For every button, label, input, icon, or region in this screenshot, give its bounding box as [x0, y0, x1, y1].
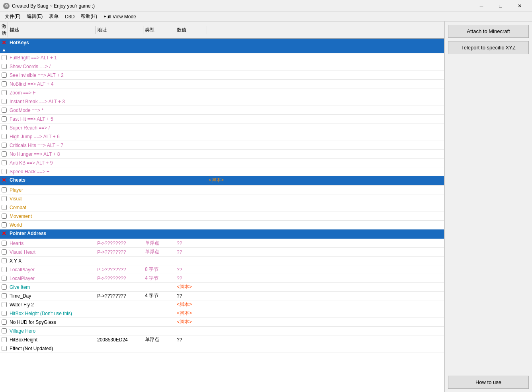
row-checkbox[interactable]: [0, 310, 8, 317]
table-row[interactable]: Combat: [0, 203, 444, 212]
row-address: [96, 84, 143, 84]
table-row[interactable]: GodMode ==> *: [0, 106, 444, 115]
row-value: <脚本>: [175, 310, 207, 317]
close-button[interactable]: ✕: [510, 0, 529, 12]
row-checkbox[interactable]: [0, 319, 8, 325]
row-checkbox[interactable]: [0, 284, 8, 290]
row-checkbox[interactable]: [0, 345, 8, 352]
row-checkbox[interactable]: [0, 124, 8, 131]
row-checkbox[interactable]: [0, 186, 8, 193]
row-checkbox[interactable]: [0, 221, 8, 228]
row-checkbox[interactable]: [0, 195, 8, 202]
section-checkbox[interactable]: ✕: [0, 39, 8, 47]
table-row[interactable]: NoBlind ==> ALT + 4: [0, 80, 444, 88]
row-type: [143, 207, 175, 208]
row-checkbox[interactable]: [0, 63, 8, 70]
table-row[interactable]: Speed Hack ==> +: [0, 167, 444, 176]
row-checkbox[interactable]: [0, 257, 8, 264]
table-row[interactable]: X Y X: [0, 257, 444, 265]
table-row[interactable]: See invisible ==> ALT + 2: [0, 71, 444, 80]
maximize-button[interactable]: □: [491, 0, 510, 12]
table-row[interactable]: HitBoxHeight2008530ED24单浮点??: [0, 335, 444, 344]
row-checkbox[interactable]: [0, 327, 8, 334]
attach-minecraft-button[interactable]: Attach to Minecraft: [448, 25, 529, 38]
table-row[interactable]: ✕Cheats<脚本>: [0, 176, 444, 186]
table-row[interactable]: FullBright ==> ALT + 1: [0, 53, 444, 62]
row-checkbox[interactable]: [0, 151, 8, 157]
row-checkbox[interactable]: [0, 159, 8, 166]
table-row[interactable]: Criticals Hits ==> ALT + 7: [0, 141, 444, 150]
row-description: Super Reach ==> /: [8, 125, 96, 131]
row-address: [96, 119, 143, 120]
row-description: HitBoxHeight: [8, 337, 96, 343]
table-row[interactable]: Show Coords ==> /: [0, 62, 444, 71]
table-row[interactable]: Zoom ==> F: [0, 88, 444, 97]
column-headers: 激活 描述 地址 类型 数值: [0, 22, 444, 39]
table-row[interactable]: HeartsP->????????单浮点??: [0, 239, 444, 248]
menu-item-[interactable]: 表单: [46, 12, 62, 21]
row-value: [175, 207, 207, 208]
row-description: HitBox Height (Don't use this): [8, 310, 96, 317]
row-checkbox[interactable]: [0, 72, 8, 78]
row-checkbox[interactable]: [0, 116, 8, 122]
table-row[interactable]: Player: [0, 186, 444, 194]
table-row[interactable]: LocalPlayerP->????????8 字节??: [0, 265, 444, 274]
menu-item-fullviewmode[interactable]: Full View Mode: [100, 13, 139, 20]
row-checkbox[interactable]: [0, 240, 8, 247]
row-address: [96, 331, 143, 331]
table-row[interactable]: Anti KB ==> ALT + 9: [0, 159, 444, 167]
table-row[interactable]: No Hunger ==> ALT + 8: [0, 150, 444, 159]
row-checkbox[interactable]: [0, 80, 8, 87]
table-row[interactable]: Time_DayP->????????4 字节??: [0, 292, 444, 300]
row-checkbox[interactable]: [0, 249, 8, 255]
row-checkbox[interactable]: [0, 133, 8, 140]
row-checkbox[interactable]: [0, 54, 8, 61]
table-row[interactable]: Visual: [0, 194, 444, 203]
row-description: High Jump ==> ALT + 6: [8, 133, 96, 140]
table-row[interactable]: ✕Pointer Address: [0, 229, 444, 239]
table-row[interactable]: Give Item<脚本>: [0, 283, 444, 292]
row-checkbox[interactable]: [0, 336, 8, 343]
menu-item-dd[interactable]: D3D: [62, 13, 78, 20]
row-checkbox[interactable]: [0, 98, 8, 105]
table-row[interactable]: Instant Break ==> ALT + 3: [0, 97, 444, 106]
row-value: ??: [175, 249, 207, 255]
row-checkbox[interactable]: [0, 142, 8, 149]
section-checkbox[interactable]: ✕: [0, 229, 8, 237]
table-row[interactable]: High Jump ==> ALT + 6: [0, 132, 444, 141]
table-row[interactable]: Super Reach ==> /: [0, 123, 444, 132]
minimize-button[interactable]: ─: [472, 0, 491, 12]
row-checkbox[interactable]: [0, 275, 8, 282]
row-checkbox[interactable]: [0, 292, 8, 299]
row-checkbox[interactable]: [0, 107, 8, 114]
table-row[interactable]: Effect (Not Updated): [0, 344, 444, 353]
table-row[interactable]: ✕HotKeys▲: [0, 39, 444, 53]
table-row[interactable]: LocalPlayerP->????????4 字节??: [0, 274, 444, 283]
row-address: [96, 127, 143, 128]
row-type: [143, 75, 175, 76]
row-extra: [207, 190, 444, 190]
menu-item-h[interactable]: 帮助(H): [78, 12, 100, 21]
table-row[interactable]: Water Fly 2<脚本>: [0, 300, 444, 309]
row-description: Anti KB ==> ALT + 9: [8, 160, 96, 166]
row-checkbox[interactable]: [0, 204, 8, 211]
row-value: [175, 101, 207, 102]
table-row[interactable]: HitBox Height (Don't use this)<脚本>: [0, 309, 444, 318]
table-row[interactable]: Fast Hit ==> ALT + 5: [0, 115, 444, 123]
section-checkbox[interactable]: ✕: [0, 176, 8, 184]
table-row[interactable]: Movement: [0, 212, 444, 221]
table-row[interactable]: Village Hero: [0, 327, 444, 335]
how-to-use-button[interactable]: How to use: [448, 376, 529, 389]
teleport-button[interactable]: Teleport to specific XYZ: [448, 41, 529, 54]
section-script: [207, 42, 444, 43]
row-checkbox[interactable]: [0, 168, 8, 175]
menu-item-e[interactable]: 编辑(E): [23, 12, 46, 21]
table-row[interactable]: Visual HeartP->????????单浮点??: [0, 248, 444, 257]
row-checkbox[interactable]: [0, 89, 8, 96]
row-checkbox[interactable]: [0, 266, 8, 273]
table-row[interactable]: No HUD for SpyGlass<脚本>: [0, 318, 444, 327]
table-row[interactable]: World: [0, 221, 444, 229]
row-checkbox[interactable]: [0, 213, 8, 220]
row-checkbox[interactable]: [0, 301, 8, 308]
menu-item-f[interactable]: 文件(F): [2, 12, 23, 21]
